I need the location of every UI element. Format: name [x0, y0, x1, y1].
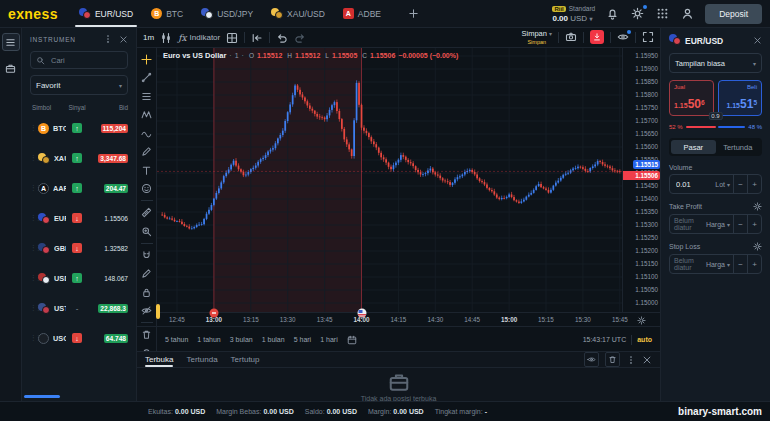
list-panel-button[interactable] [2, 33, 20, 51]
tool-zoomin-button[interactable] [140, 224, 154, 238]
tool-waves-button[interactable] [140, 126, 154, 140]
price-axis[interactable]: 1.159501.159001.158501.158001.157501.157… [622, 48, 661, 312]
take-profit-mode-select[interactable]: Harga▾ [703, 215, 733, 233]
briefcase-panel-button[interactable] [3, 60, 19, 76]
gear-button[interactable] [630, 6, 645, 21]
instrument-tab-eurusd[interactable]: EUR/USD [70, 0, 142, 27]
take-profit-decrease-button[interactable]: − [733, 215, 747, 233]
close-icon[interactable] [119, 35, 128, 44]
view-mode-select[interactable]: Tampilan biasa ▾ [669, 53, 762, 73]
chart-canvas[interactable] [157, 48, 622, 312]
drag-handle-icon[interactable]: ⋮⋮ [30, 304, 38, 312]
take-profit-placeholder[interactable]: Belum diatur [674, 217, 699, 231]
instrument-tab-adbe[interactable]: AADBE [334, 0, 390, 27]
stop-loss-mode-select[interactable]: Harga▾ [703, 255, 733, 273]
chart-alert-marker[interactable] [156, 304, 160, 319]
close-icon[interactable] [753, 36, 762, 45]
volume-unit-select[interactable]: Lot▾ [712, 175, 733, 193]
time-axis[interactable]: 12:4513:0013:1513:3013:4514:0014:1514:30… [157, 312, 622, 327]
camera-button[interactable] [565, 31, 577, 43]
goto-date-button[interactable] [347, 335, 357, 345]
candlestick-chart[interactable] [157, 48, 622, 312]
volume-input[interactable] [674, 179, 708, 190]
tool-trendline-button[interactable] [140, 71, 154, 85]
tool-text-tool-button[interactable] [140, 163, 154, 177]
gear-icon[interactable] [753, 202, 762, 211]
buy-button[interactable]: Beli 1.15515 [718, 80, 763, 116]
range-1-hari[interactable]: 1 hari [320, 336, 338, 343]
auto-scale-button[interactable]: auto [637, 336, 652, 343]
download-button[interactable] [590, 30, 604, 44]
undo-button[interactable] [276, 32, 288, 44]
watchlist-row-eurusd[interactable]: ⋮⋮ EUR/USD ↓ 1.15506 [30, 203, 128, 233]
drag-handle-icon[interactable]: ⋮⋮ [30, 334, 38, 342]
watchlist-row-btc[interactable]: ⋮⋮B BTC ↑ 115,204 [30, 113, 128, 143]
instrument-tab-usdjpy[interactable]: USD/JPY [192, 0, 262, 27]
calendar-event-eu-holiday-icon[interactable] [209, 308, 219, 318]
instrument-tab-xauusd[interactable]: XAU/USD [262, 0, 334, 27]
trash-button[interactable] [605, 352, 620, 367]
sell-button[interactable]: Jual 1.15506 [669, 80, 714, 116]
tool-ruler-button[interactable] [140, 206, 154, 220]
range-5-hari[interactable]: 5 hari [294, 336, 312, 343]
more-options-icon[interactable] [103, 34, 113, 44]
watchlist-filter-select[interactable]: Favorit ▾ [30, 75, 128, 95]
watchlist-row-gbpusd[interactable]: ⋮⋮ GBP/USD ↓ 1.32582 [30, 233, 128, 263]
tool-emoji-button[interactable] [140, 182, 154, 196]
tool-magnet-button[interactable] [140, 248, 154, 262]
drag-handle-icon[interactable]: ⋮⋮ [30, 244, 38, 252]
watchlist-search[interactable] [30, 51, 128, 69]
watchlist-row-ustec[interactable]: ⋮⋮ USTEC - 22,868.3 [30, 293, 128, 323]
profile-button[interactable] [680, 6, 695, 21]
candle-button[interactable] [160, 32, 172, 44]
drag-handle-icon[interactable]: ⋮⋮ [30, 124, 38, 132]
positions-tab-tertunda[interactable]: Tertunda [186, 352, 217, 367]
watchlist-row-usoil[interactable]: ⋮⋮ USOIL ↓ 64.748 [30, 323, 128, 353]
indicators-button[interactable]: ƒxIndikator [178, 33, 220, 43]
bell-button[interactable] [605, 6, 620, 21]
instrument-tab-btc[interactable]: BBTC [142, 0, 192, 27]
layout-button[interactable] [226, 32, 238, 44]
tab-pending[interactable]: Tertunda [716, 140, 761, 154]
volume-decrease-button[interactable]: − [733, 175, 747, 193]
range-1-bulan[interactable]: 1 bulan [262, 336, 285, 343]
timeframe-button[interactable]: 1m [143, 33, 154, 42]
close-button[interactable] [642, 355, 652, 365]
add-tab-button[interactable] [398, 8, 429, 19]
eye-button[interactable] [617, 31, 629, 43]
drag-handle-icon[interactable]: ⋮⋮ [30, 214, 38, 222]
eye-button[interactable] [584, 352, 599, 367]
apps-button[interactable] [655, 6, 670, 21]
tool-fib-button[interactable] [140, 89, 154, 103]
positions-tab-tertutup[interactable]: Tertutup [231, 352, 260, 367]
tool-brush-button[interactable] [140, 145, 154, 159]
stop-loss-placeholder[interactable]: Belum diatur [674, 257, 699, 271]
drag-handle-icon[interactable]: ⋮⋮ [30, 154, 38, 162]
range-3-bulan[interactable]: 3 bulan [230, 336, 253, 343]
stop-loss-increase-button[interactable]: + [747, 255, 761, 273]
range-5-tahun[interactable]: 5 tahun [165, 336, 188, 343]
save-layout-button[interactable]: Simpan ▾Simpan [521, 30, 552, 44]
tool-eye-off-button[interactable] [140, 304, 154, 318]
take-profit-increase-button[interactable]: + [747, 215, 761, 233]
axis-settings-corner[interactable] [622, 312, 660, 327]
watchlist-row-xauusd[interactable]: ⋮⋮ XAU/USD ↑ 3,347.68 [30, 143, 128, 173]
account-summary[interactable]: RiilStandard 0.00 USD ▾ [552, 4, 595, 24]
horizontal-scrollbar[interactable] [24, 395, 60, 398]
replay-button[interactable] [251, 32, 263, 44]
tool-xabcd-button[interactable] [140, 108, 154, 122]
search-input[interactable] [49, 55, 122, 66]
tool-lock-button[interactable] [140, 285, 154, 299]
dots-button[interactable] [626, 355, 636, 365]
drag-handle-icon[interactable]: ⋮⋮ [30, 184, 38, 192]
range-1-tahun[interactable]: 1 tahun [197, 336, 220, 343]
watchlist-row-usdjpy[interactable]: ⋮⋮ USD/JPY ↑ 148.067 [30, 263, 128, 293]
drag-handle-icon[interactable]: ⋮⋮ [30, 274, 38, 282]
stop-loss-decrease-button[interactable]: − [733, 255, 747, 273]
redo-button[interactable] [294, 32, 306, 44]
deposit-button[interactable]: Deposit [705, 4, 762, 24]
positions-tab-terbuka[interactable]: Terbuka [145, 352, 173, 367]
calendar-event-us-news-icon[interactable] [357, 308, 367, 318]
tool-pencil-button[interactable] [140, 267, 154, 281]
tab-market[interactable]: Pasar [671, 140, 716, 154]
